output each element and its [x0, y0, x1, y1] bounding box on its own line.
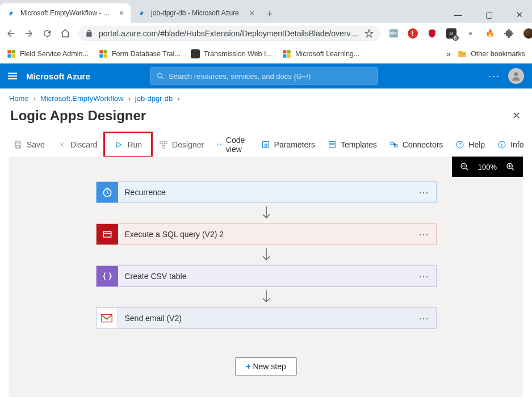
bookmark-item[interactable]: Form Database Trai...	[99, 49, 181, 58]
svg-rect-16	[164, 141, 167, 144]
window-close-button[interactable]: ✕	[510, 10, 529, 19]
page-title: Logic Apps Designer	[10, 108, 512, 124]
forward-button[interactable]	[24, 27, 34, 40]
step-sql[interactable]: Execute a SQL query (V2) 2 ···	[96, 223, 437, 245]
designer-button[interactable]: Designer	[159, 140, 204, 149]
bookmark-item[interactable]: Microsoft Learning...	[282, 49, 359, 58]
search-input[interactable]	[169, 72, 371, 81]
chevron-right-icon: ›	[33, 94, 36, 103]
zoom-out-icon[interactable]	[460, 162, 469, 171]
extension-badge-icon[interactable]: u	[446, 28, 456, 39]
parameters-button[interactable]: @ Parameters	[261, 140, 315, 149]
step-menu-button[interactable]: ···	[412, 271, 435, 282]
ms-logo-icon	[282, 49, 291, 58]
svg-rect-11	[287, 54, 291, 57]
workflow-flow: Recurrence ··· Execute a SQL query (V2) …	[9, 157, 523, 376]
extensions-icon[interactable]	[504, 28, 514, 39]
alert-badge-icon[interactable]: !	[408, 28, 418, 39]
close-panel-button[interactable]: ✕	[512, 109, 521, 122]
code-icon	[216, 140, 222, 149]
generic-favicon	[191, 49, 200, 58]
lock-icon	[85, 29, 93, 37]
breadcrumb-item[interactable]: Microsoft.EmptyWorkflow	[40, 94, 123, 103]
dot-icon[interactable]: ●	[466, 28, 476, 39]
connectors-button[interactable]: Connectors	[389, 140, 443, 149]
templates-icon	[328, 140, 337, 149]
new-step-button[interactable]: +New step	[235, 357, 297, 376]
help-button[interactable]: ? Help	[455, 140, 485, 149]
chevron-right-icon: ›	[177, 94, 179, 103]
step-gmail[interactable]: Send email (V2) ···	[96, 307, 437, 329]
run-button[interactable]: Run	[110, 138, 146, 151]
search-icon	[157, 72, 164, 80]
reload-button[interactable]	[42, 27, 52, 40]
star-icon[interactable]	[365, 29, 374, 38]
zoom-in-icon[interactable]	[506, 162, 515, 171]
sql-icon	[97, 224, 118, 244]
azure-favicon	[137, 9, 146, 18]
svg-rect-15	[160, 141, 163, 144]
svg-rect-2	[7, 54, 11, 57]
tab-title: Microsoft.EmptyWorkflow - Micr	[20, 9, 115, 17]
step-menu-button[interactable]: ···	[412, 313, 435, 324]
flame-icon[interactable]: 🔥	[485, 28, 495, 39]
save-icon	[14, 140, 23, 149]
new-tab-button[interactable]: +	[261, 6, 278, 23]
step-label: Create CSV table	[118, 272, 412, 281]
help-icon: ?	[455, 140, 464, 149]
svg-rect-5	[104, 50, 107, 53]
azure-brand[interactable]: Microsoft Azure	[26, 71, 90, 81]
svg-rect-6	[99, 54, 103, 57]
step-recurrence[interactable]: Recurrence ···	[96, 182, 437, 203]
bookmarks-overflow-button[interactable]: »	[446, 49, 451, 58]
home-button[interactable]	[60, 27, 70, 40]
menu-button[interactable]	[8, 73, 17, 79]
account-avatar[interactable]	[508, 68, 524, 84]
browser-tab-active[interactable]: Microsoft.EmptyWorkflow - Micr ×	[0, 3, 131, 23]
svg-text:?: ?	[459, 142, 462, 147]
bookmark-item[interactable]: Transmission Web I...	[191, 49, 272, 58]
breadcrumb-item[interactable]: Home	[9, 94, 29, 103]
svg-rect-20	[329, 141, 336, 143]
svg-rect-0	[7, 50, 11, 53]
zoom-level: 100%	[478, 163, 497, 171]
discard-icon	[57, 140, 66, 149]
more-button[interactable]: ···	[488, 70, 500, 82]
flow-arrow-icon	[261, 203, 272, 223]
tab-title: job-dpgr-db - Microsoft Azure	[151, 9, 245, 17]
bookmark-item[interactable]: Field Service Admin...	[7, 49, 89, 58]
save-button[interactable]: Save	[14, 140, 45, 149]
panel-header: Logic Apps Designer ✕	[0, 108, 532, 132]
info-button[interactable]: Info	[497, 140, 523, 149]
maximize-button[interactable]: ▢	[480, 10, 498, 19]
url-field[interactable]: portal.azure.com/#blade/HubsExtension/De…	[78, 26, 380, 41]
extension-icons: 🔤 ! u ● 🔥 ⋮	[388, 27, 532, 40]
minimize-button[interactable]: —	[449, 10, 467, 19]
azure-search[interactable]	[150, 68, 378, 85]
step-menu-button[interactable]: ···	[412, 229, 435, 241]
close-icon[interactable]: ×	[250, 9, 254, 18]
discard-button[interactable]: Discard	[57, 140, 97, 149]
profile-avatar[interactable]	[523, 28, 532, 39]
svg-rect-21	[329, 145, 336, 147]
ublock-icon[interactable]	[427, 28, 437, 39]
flow-arrow-icon	[261, 245, 272, 265]
window-controls: — ▢ ✕	[438, 3, 532, 23]
svg-point-14	[514, 72, 518, 76]
step-csv[interactable]: Create CSV table ···	[96, 265, 437, 287]
translate-icon[interactable]: 🔤	[388, 28, 399, 39]
svg-rect-4	[99, 50, 103, 53]
other-bookmarks-button[interactable]: Other bookmarks	[458, 49, 525, 58]
back-button[interactable]	[6, 27, 16, 40]
bookmarks-bar: Field Service Admin... Form Database Tra…	[0, 44, 532, 64]
step-menu-button[interactable]: ···	[412, 187, 435, 199]
code-view-button[interactable]: Code view	[216, 136, 248, 154]
templates-button[interactable]: Templates	[328, 140, 377, 149]
browser-tab[interactable]: job-dpgr-db - Microsoft Azure ×	[131, 3, 261, 23]
svg-rect-10	[283, 54, 286, 57]
close-icon[interactable]: ×	[119, 9, 124, 18]
braces-icon	[97, 266, 118, 286]
designer-canvas[interactable]: 100% Recurrence ··· Execute a SQL query …	[9, 157, 523, 397]
breadcrumb-item[interactable]: job-dpgr-db	[135, 94, 173, 103]
plus-icon: +	[246, 362, 250, 371]
